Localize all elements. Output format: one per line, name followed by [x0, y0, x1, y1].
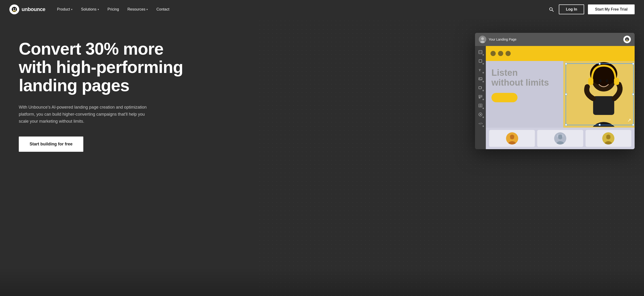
search-button[interactable] [548, 6, 555, 13]
svg-point-5 [481, 37, 484, 40]
canvas-cta-button[interactable] [492, 93, 518, 102]
section-tool[interactable] [476, 48, 485, 56]
svg-point-34 [606, 79, 608, 83]
table-tool[interactable] [476, 101, 485, 110]
svg-rect-11 [479, 60, 482, 62]
mock-browser-window: Your Landing Page [475, 33, 634, 149]
svg-point-39 [558, 135, 562, 139]
code-tool[interactable]: </> [476, 119, 485, 128]
svg-rect-31 [588, 78, 593, 85]
canvas-text-area: Listen without limits [486, 61, 563, 128]
hero-content: Convert 30% morewith high-performingland… [19, 33, 183, 152]
browser-chrome: Your Landing Page [475, 33, 634, 46]
text-tool[interactable]: T [476, 66, 485, 74]
yellow-dot-2 [498, 51, 503, 56]
svg-text:T: T [479, 68, 481, 72]
svg-rect-30 [593, 96, 614, 115]
editor-area: T [475, 46, 634, 149]
card-avatar-1 [506, 132, 518, 144]
nav-solutions[interactable]: Solutions ▾ [81, 7, 99, 11]
canvas-card-3 [586, 130, 631, 147]
chevron-down-icon: ▾ [146, 8, 148, 11]
canvas-cards-row [486, 128, 634, 149]
hero-cta-button[interactable]: Start building for free [19, 136, 83, 152]
svg-rect-15 [479, 86, 481, 89]
card-avatar-2 [554, 132, 566, 144]
user-avatar [479, 36, 486, 43]
logo-icon [10, 4, 19, 14]
nav-pricing[interactable]: Pricing [108, 7, 119, 11]
person-illustration [563, 61, 634, 127]
hero-subtext: With Unbounce's AI-powered landing page … [19, 104, 155, 125]
nav-contact[interactable]: Contact [156, 7, 169, 11]
svg-rect-17 [479, 95, 482, 96]
yellow-dot-3 [506, 51, 511, 56]
trial-button[interactable]: Start My Free Trial [588, 4, 634, 14]
yellow-dot-1 [490, 51, 496, 56]
browser-unbounce-logo [623, 36, 631, 43]
canvas-card-1 [489, 130, 535, 147]
hero-headline: Convert 30% morewith high-performingland… [19, 40, 183, 94]
editor-sidebar: T [475, 46, 486, 149]
canvas-main: Listen without limits [486, 61, 634, 128]
image-tool[interactable] [476, 75, 485, 83]
browser-tab-title: Your Landing Page [489, 37, 516, 41]
canvas-yellow-bar [486, 46, 634, 61]
media-tool[interactable] [476, 110, 485, 119]
nav-links: Product ▾ Solutions ▾ Pricing Resources … [57, 7, 548, 11]
canvas-card-2 [537, 130, 583, 147]
hero-mockup: Your Landing Page [197, 33, 634, 149]
svg-text:</>: </> [478, 122, 482, 125]
svg-rect-19 [479, 98, 480, 98]
card-avatar-3 [602, 132, 614, 144]
nav-resources[interactable]: Resources ▾ [128, 7, 148, 11]
nav-actions: Log In Start My Free Trial [548, 4, 634, 14]
svg-rect-18 [479, 96, 482, 97]
form-tool[interactable] [476, 92, 485, 101]
video-tool[interactable] [476, 83, 485, 92]
svg-point-27 [587, 122, 620, 127]
chevron-down-icon: ▾ [71, 8, 72, 11]
logo[interactable]: unbounce [10, 4, 45, 14]
editor-canvas: Listen without limits [486, 46, 634, 149]
chevron-down-icon: ▾ [98, 8, 99, 11]
navbar: unbounce Product ▾ Solutions ▾ Pricing R… [0, 0, 644, 19]
browser-user: Your Landing Page [479, 36, 516, 43]
hero-section: Convert 30% morewith high-performingland… [0, 19, 644, 296]
svg-point-33 [599, 79, 602, 83]
svg-line-3 [552, 10, 554, 11]
canvas-image-area: ↗ [563, 61, 634, 128]
logo-text: unbounce [22, 6, 45, 12]
login-button[interactable]: Log In [559, 4, 584, 14]
svg-rect-32 [614, 78, 619, 85]
svg-point-36 [510, 135, 514, 139]
nav-product[interactable]: Product ▾ [57, 7, 72, 11]
box-tool[interactable] [476, 57, 485, 65]
svg-point-42 [606, 135, 611, 139]
canvas-headline: Listen without limits [492, 68, 558, 88]
svg-marker-16 [481, 87, 482, 88]
search-icon [549, 7, 554, 12]
svg-marker-25 [480, 114, 481, 115]
